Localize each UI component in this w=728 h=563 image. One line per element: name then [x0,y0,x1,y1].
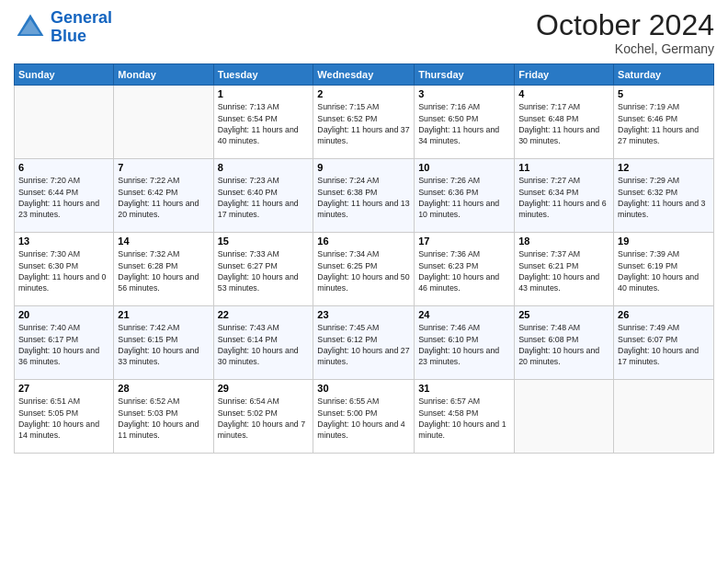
day-cell: 21Sunrise: 7:42 AMSunset: 6:15 PMDayligh… [114,306,213,380]
week-row-5: 27Sunrise: 6:51 AMSunset: 5:05 PMDayligh… [15,380,714,454]
day-info: Sunrise: 7:33 AMSunset: 6:27 PMDaylight:… [218,248,310,293]
day-cell: 14Sunrise: 7:32 AMSunset: 6:28 PMDayligh… [114,233,213,306]
day-number: 28 [118,383,209,394]
day-number: 2 [317,88,410,99]
day-cell [114,86,213,159]
logo: General Blue [14,9,112,46]
day-number: 14 [118,236,209,247]
day-cell: 6Sunrise: 7:20 AMSunset: 6:44 PMDaylight… [15,159,114,233]
day-info: Sunrise: 7:34 AMSunset: 6:25 PMDaylight:… [317,248,410,293]
day-number: 5 [618,88,710,99]
day-number: 9 [317,162,410,173]
day-info: Sunrise: 7:32 AMSunset: 6:28 PMDaylight:… [118,248,209,293]
day-cell: 26Sunrise: 7:49 AMSunset: 6:07 PMDayligh… [614,306,714,380]
day-number: 15 [218,236,310,247]
header-row: Sunday Monday Tuesday Wednesday Thursday… [15,64,714,86]
day-number: 11 [518,162,609,173]
day-cell [614,380,714,454]
day-info: Sunrise: 7:27 AMSunset: 6:34 PMDaylight:… [518,175,609,220]
header-tuesday: Tuesday [213,64,313,86]
day-cell: 23Sunrise: 7:45 AMSunset: 6:12 PMDayligh… [313,306,415,380]
day-number: 31 [418,383,510,394]
day-cell: 13Sunrise: 7:30 AMSunset: 6:30 PMDayligh… [15,233,114,306]
day-cell: 1Sunrise: 7:13 AMSunset: 6:54 PMDaylight… [213,86,313,159]
day-cell [15,86,114,159]
header-saturday: Saturday [614,64,714,86]
day-info: Sunrise: 7:29 AMSunset: 6:32 PMDaylight:… [618,175,710,220]
day-cell: 15Sunrise: 7:33 AMSunset: 6:27 PMDayligh… [213,233,313,306]
day-cell: 2Sunrise: 7:15 AMSunset: 6:52 PMDaylight… [313,86,415,159]
day-info: Sunrise: 7:13 AMSunset: 6:54 PMDaylight:… [218,101,310,146]
day-cell: 18Sunrise: 7:37 AMSunset: 6:21 PMDayligh… [515,233,614,306]
day-info: Sunrise: 6:57 AMSunset: 4:58 PMDaylight:… [418,396,510,441]
month-title: October 2024 [536,9,714,41]
day-number: 8 [218,162,310,173]
logo-icon [14,11,47,44]
day-cell: 20Sunrise: 7:40 AMSunset: 6:17 PMDayligh… [15,306,114,380]
day-cell: 4Sunrise: 7:17 AMSunset: 6:48 PMDaylight… [515,86,614,159]
day-info: Sunrise: 7:16 AMSunset: 6:50 PMDaylight:… [418,101,510,146]
day-info: Sunrise: 7:49 AMSunset: 6:07 PMDaylight:… [618,322,710,367]
day-cell: 10Sunrise: 7:26 AMSunset: 6:36 PMDayligh… [415,159,515,233]
day-info: Sunrise: 7:36 AMSunset: 6:23 PMDaylight:… [418,248,510,293]
day-info: Sunrise: 7:26 AMSunset: 6:36 PMDaylight:… [418,175,510,220]
day-cell: 31Sunrise: 6:57 AMSunset: 4:58 PMDayligh… [415,380,515,454]
day-cell: 27Sunrise: 6:51 AMSunset: 5:05 PMDayligh… [15,380,114,454]
day-number: 24 [418,309,510,320]
week-row-3: 13Sunrise: 7:30 AMSunset: 6:30 PMDayligh… [15,233,714,306]
day-number: 6 [18,162,109,173]
day-cell: 16Sunrise: 7:34 AMSunset: 6:25 PMDayligh… [313,233,415,306]
day-cell: 25Sunrise: 7:48 AMSunset: 6:08 PMDayligh… [515,306,614,380]
day-number: 25 [518,309,609,320]
day-number: 1 [218,88,310,99]
day-info: Sunrise: 7:24 AMSunset: 6:38 PMDaylight:… [317,175,410,220]
day-number: 21 [118,309,209,320]
day-info: Sunrise: 7:46 AMSunset: 6:10 PMDaylight:… [418,322,510,367]
page: General Blue October 2024 Kochel, German… [0,0,728,563]
day-info: Sunrise: 7:20 AMSunset: 6:44 PMDaylight:… [18,175,109,220]
day-number: 22 [218,309,310,320]
day-number: 7 [118,162,209,173]
day-info: Sunrise: 6:55 AMSunset: 5:00 PMDaylight:… [317,396,410,441]
day-info: Sunrise: 7:15 AMSunset: 6:52 PMDaylight:… [317,101,410,146]
day-info: Sunrise: 7:19 AMSunset: 6:46 PMDaylight:… [618,101,710,146]
day-number: 17 [418,236,510,247]
day-cell: 28Sunrise: 6:52 AMSunset: 5:03 PMDayligh… [114,380,213,454]
week-row-4: 20Sunrise: 7:40 AMSunset: 6:17 PMDayligh… [15,306,714,380]
day-cell: 24Sunrise: 7:46 AMSunset: 6:10 PMDayligh… [415,306,515,380]
day-info: Sunrise: 7:45 AMSunset: 6:12 PMDaylight:… [317,322,410,367]
day-cell: 7Sunrise: 7:22 AMSunset: 6:42 PMDaylight… [114,159,213,233]
calendar-table: Sunday Monday Tuesday Wednesday Thursday… [14,63,714,454]
day-info: Sunrise: 7:39 AMSunset: 6:19 PMDaylight:… [618,248,710,293]
day-info: Sunrise: 6:52 AMSunset: 5:03 PMDaylight:… [118,396,209,441]
day-number: 18 [518,236,609,247]
day-cell: 9Sunrise: 7:24 AMSunset: 6:38 PMDaylight… [313,159,415,233]
day-info: Sunrise: 7:43 AMSunset: 6:14 PMDaylight:… [218,322,310,367]
day-number: 30 [317,383,410,394]
day-number: 27 [18,383,109,394]
header-thursday: Thursday [415,64,515,86]
day-cell: 5Sunrise: 7:19 AMSunset: 6:46 PMDaylight… [614,86,714,159]
day-number: 26 [618,309,710,320]
location: Kochel, Germany [536,41,714,56]
day-cell [515,380,614,454]
day-info: Sunrise: 7:23 AMSunset: 6:40 PMDaylight:… [218,175,310,220]
day-number: 10 [418,162,510,173]
day-number: 3 [418,88,510,99]
title-block: October 2024 Kochel, Germany [536,9,714,56]
day-cell: 3Sunrise: 7:16 AMSunset: 6:50 PMDaylight… [415,86,515,159]
day-cell: 12Sunrise: 7:29 AMSunset: 6:32 PMDayligh… [614,159,714,233]
day-info: Sunrise: 7:37 AMSunset: 6:21 PMDaylight:… [518,248,609,293]
day-cell: 30Sunrise: 6:55 AMSunset: 5:00 PMDayligh… [313,380,415,454]
header-wednesday: Wednesday [313,64,415,86]
day-number: 13 [18,236,109,247]
day-info: Sunrise: 7:30 AMSunset: 6:30 PMDaylight:… [18,248,109,293]
day-cell: 19Sunrise: 7:39 AMSunset: 6:19 PMDayligh… [614,233,714,306]
day-number: 12 [618,162,710,173]
day-number: 16 [317,236,410,247]
header-monday: Monday [114,64,213,86]
day-info: Sunrise: 7:48 AMSunset: 6:08 PMDaylight:… [518,322,609,367]
day-number: 23 [317,309,410,320]
week-row-1: 1Sunrise: 7:13 AMSunset: 6:54 PMDaylight… [15,86,714,159]
header-friday: Friday [515,64,614,86]
